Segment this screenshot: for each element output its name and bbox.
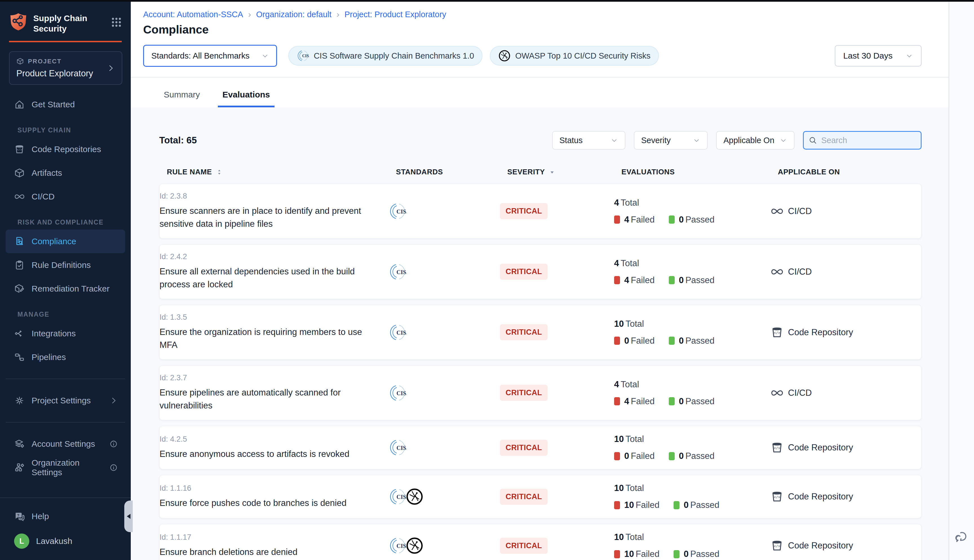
sidebar-item-label: Project Settings [32, 396, 91, 405]
rule-name: Ensure all external dependencies used in… [160, 265, 369, 291]
rule-id: Id: 2.4.2 [160, 252, 389, 261]
table-row[interactable]: Id: 1.1.16Ensure force pushes code to br… [159, 475, 922, 518]
rule-name: Ensure force pushes code to branches is … [160, 497, 369, 510]
tab-summary[interactable]: Summary [162, 90, 202, 107]
sidebar-item-project-settings[interactable]: Project Settings [6, 389, 125, 412]
failed-swatch [614, 337, 620, 345]
sidebar-item-compliance[interactable]: Compliance [6, 230, 125, 253]
applicable-on-cell: CI/CD [771, 387, 921, 400]
sidebar-item-rule-definitions[interactable]: Rule Definitions [6, 253, 125, 277]
sidebar-item-artifacts[interactable]: Artifacts [6, 161, 125, 185]
search-input[interactable] [821, 135, 916, 145]
chip-label: OWASP Top 10 CI/CD Security Risks [515, 51, 650, 60]
sort-down-icon[interactable] [549, 169, 555, 175]
rule-name: Ensure branch deletions are denied [160, 546, 369, 558]
sidebar-item-code-repositories[interactable]: </>Code Repositories [6, 137, 125, 161]
chevron-down-icon [610, 137, 618, 144]
table-row[interactable]: Id: 2.3.8Ensure scanners are in place to… [159, 184, 922, 238]
sidebar-item-remediation-tracker[interactable]: Remediation Tracker [6, 277, 125, 300]
eval-failed: 4Failed [614, 396, 655, 407]
sidebar-collapse-handle[interactable] [124, 500, 133, 532]
passed-swatch [669, 397, 675, 405]
sidebar-item-label: CI/CD [32, 192, 55, 202]
breadcrumb-link[interactable]: Project: Product Exploratory [344, 10, 446, 19]
apps-grid-icon[interactable] [110, 16, 122, 28]
applicable-on-filter[interactable]: Applicable On [716, 131, 794, 150]
rule-id: Id: 1.1.16 [160, 484, 389, 493]
table-row[interactable]: Id: 2.3.7Ensure pipelines are automatica… [159, 365, 922, 420]
svg-text:CIS.: CIS. [397, 494, 407, 500]
sidebar-item-label: Code Repositories [32, 145, 101, 154]
sidebar-section-risk-and-compliance: RISK AND COMPLIANCE [17, 218, 131, 226]
table-row[interactable]: Id: 1.3.5Ensure the organization is requ… [159, 305, 922, 360]
standard-chip-owasp[interactable]: OWASP Top 10 CI/CD Security Risks [490, 46, 659, 66]
org-gear-icon [14, 462, 25, 473]
chevron-down-icon [693, 137, 700, 144]
chip-label: CIS Software Supply Chain Benchmarks 1.0 [314, 51, 474, 60]
severity-cell: CRITICAL [500, 440, 614, 456]
sidebar-item-integrations[interactable]: Integrations [6, 322, 125, 345]
rule-cell: Id: 1.1.16Ensure force pushes code to br… [160, 484, 389, 510]
severity-filter[interactable]: Severity [634, 131, 708, 150]
table-row[interactable]: Id: 1.1.17Ensure branch deletions are de… [159, 524, 922, 560]
sidebar-item-ci-cd[interactable]: CI/CD [6, 185, 125, 208]
project-selector[interactable]: PROJECT Product Exploratory [9, 51, 122, 85]
rule-cell: Id: 1.1.17Ensure branch deletions are de… [160, 533, 389, 558]
standards-select-label: Standards: All Benchmarks [151, 51, 249, 60]
sidebar: Supply Chain Security PROJECT Product Ex… [0, 2, 131, 560]
cis-icon: CIS. [389, 438, 407, 457]
eval-total: 10Total [614, 434, 771, 444]
eval-passed: 0Passed [669, 275, 715, 285]
cis-icon: CIS. [389, 537, 407, 555]
table-body: Id: 2.3.8Ensure scanners are in place to… [159, 184, 922, 560]
column-label: SEVERITY [507, 168, 545, 176]
rule-id: Id: 2.3.8 [160, 192, 389, 200]
column-header-standards: STANDARDS [396, 168, 507, 176]
severity-cell: CRITICAL [500, 489, 614, 505]
standards-select[interactable]: Standards: All Benchmarks [143, 45, 277, 67]
sidebar-item-label: Compliance [32, 237, 76, 246]
sidebar-item-label: Artifacts [32, 168, 62, 178]
sort-both-icon[interactable] [216, 169, 223, 175]
infinity-icon [771, 387, 784, 400]
owasp-icon [405, 537, 424, 555]
applicable-on-label: CI/CD [788, 206, 812, 216]
code-repo-icon: </> [771, 326, 784, 339]
table-toolbar: Total: 65 Status Severity Applicable On [159, 131, 922, 150]
code-repo-icon: </> [771, 539, 784, 552]
rule-id: Id: 1.1.17 [160, 533, 389, 542]
brand: Supply Chain Security [0, 2, 131, 34]
tab-evaluations[interactable]: Evaluations [218, 90, 274, 107]
severity-badge: CRITICAL [500, 203, 548, 219]
applicable-on-label: Code Repository [788, 540, 853, 551]
status-filter-label: Status [559, 136, 582, 145]
eval-failed: 4Failed [614, 215, 655, 225]
standard-chip-cis[interactable]: CIS.CIS Software Supply Chain Benchmarks… [288, 46, 482, 66]
chat-bubbles-icon[interactable] [954, 530, 969, 544]
eval-total: 10Total [614, 532, 771, 542]
rule-cell: Id: 2.4.2Ensure all external dependencie… [160, 252, 389, 291]
table-row[interactable]: Id: 4.2.5Ensure anonymous access to arti… [159, 426, 922, 469]
sidebar-item-organization-settings[interactable]: Organization Settings [6, 456, 125, 480]
breadcrumb: Account: Automation-SSCA›Organization: d… [143, 10, 949, 19]
eval-failed: 0Failed [614, 336, 655, 346]
box-edit-icon [14, 283, 25, 294]
sidebar-item-account-settings[interactable]: Account Settings [6, 432, 125, 456]
window-top-strip [0, 0, 974, 2]
sidebar-item-help[interactable]: ? Help [6, 507, 125, 526]
breadcrumb-link[interactable]: Organization: default [256, 10, 332, 19]
home-icon [14, 99, 25, 110]
date-range-select[interactable]: Last 30 Days [835, 45, 922, 67]
total-count: Total: 65 [159, 135, 197, 146]
sidebar-item-get-started[interactable]: Get Started [6, 93, 125, 116]
status-filter[interactable]: Status [552, 131, 625, 150]
sidebar-divider [6, 422, 125, 423]
sidebar-item-pipelines[interactable]: Pipelines [6, 345, 125, 369]
table-row[interactable]: Id: 2.4.2Ensure all external dependencie… [159, 244, 922, 299]
applicable-on-label: CI/CD [788, 267, 812, 277]
code-repo-icon: </> [14, 144, 25, 155]
chevron-down-icon [261, 52, 269, 60]
breadcrumb-link[interactable]: Account: Automation-SSCA [143, 10, 243, 19]
user-menu[interactable]: L Lavakush [6, 533, 125, 549]
severity-badge: CRITICAL [500, 264, 548, 280]
